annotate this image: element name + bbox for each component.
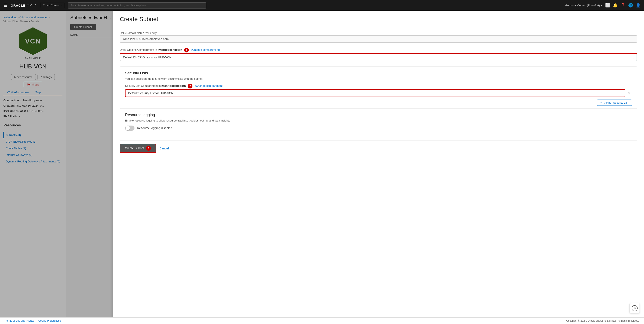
footer-copyright: Copyright © 2024, Oracle and/or its affi… [566, 319, 639, 322]
menu-icon[interactable]: ☰ [4, 3, 7, 8]
help-widget[interactable]: ⊞ [630, 303, 640, 313]
cancel-button[interactable]: Cancel [160, 147, 169, 150]
security-list-row: ⌄ ✕ [125, 89, 632, 97]
dhcp-compartment-bold: IwanHoogendoorn [158, 48, 182, 51]
panel-title: Create Subnet [120, 16, 637, 26]
globe-icon[interactable]: 🌐 [628, 3, 633, 8]
dhcp-change-compartment-link[interactable]: (Change compartment) [191, 48, 220, 51]
security-list-change-compartment-link[interactable]: (Change compartment) [195, 84, 224, 88]
footer-left: Terms of Use and Privacy Cookie Preferen… [5, 319, 64, 322]
resource-logging-toggle-row: Resource logging disabled [125, 126, 632, 131]
resource-logging-section: Resource logging Enable resource logging… [120, 108, 637, 135]
dhcp-options-select[interactable]: Default DHCP Options for HUB-VCN [120, 54, 637, 61]
resource-logging-title: Resource logging [125, 113, 632, 117]
dns-domain-section: DNS Domain Name Read-only [120, 31, 637, 43]
terminal-icon[interactable]: ⬜ [605, 3, 610, 8]
region-selector[interactable]: Germany Central (Frankfurt) ▾ [565, 4, 602, 7]
dns-domain-label: DNS Domain Name Read-only [120, 31, 637, 34]
dns-readonly-text: Read-only [145, 32, 157, 34]
step-2-badge: 2 [188, 84, 192, 88]
oracle-text: ORACLE [11, 4, 25, 7]
cloud-text: Cloud [27, 4, 37, 7]
dhcp-select-highlight: Default DHCP Options for HUB-VCN ⌄ [120, 53, 637, 62]
security-list-arrow-icon[interactable]: ⌄ [618, 92, 625, 95]
step-3-badge: 3 [146, 146, 151, 151]
toggle-knob [126, 126, 130, 130]
help-icon[interactable]: ❓ [620, 3, 625, 8]
security-lists-desc: You can associate up to 5 network securi… [125, 77, 632, 80]
help-circle-icon: ⊞ [632, 305, 638, 311]
oracle-logo: ORACLE Cloud [11, 4, 37, 7]
cookie-link[interactable]: Cookie Preferences [38, 319, 61, 322]
dhcp-options-section: Dhcp Options Compartment in IwanHoogendo… [120, 48, 637, 62]
bell-icon[interactable]: 🔔 [613, 3, 618, 8]
create-subnet-submit-button[interactable]: Create Subnet 3 [120, 144, 156, 153]
security-list-input[interactable] [126, 90, 618, 96]
create-subnet-panel: Create Subnet DNS Domain Name Read-only … [113, 11, 644, 324]
security-lists-section: Security Lists You can associate up to 5… [120, 66, 637, 104]
step-1-badge: 1 [184, 48, 189, 52]
help-widget-inner: ⊞ [632, 305, 638, 311]
form-actions: Create Subnet 3 Cancel [120, 140, 637, 153]
dhcp-select-wrapper: Default DHCP Options for HUB-VCN ⌄ [120, 54, 637, 61]
nav-right: Germany Central (Frankfurt) ▾ ⬜ 🔔 ❓ 🌐 👤 [565, 3, 640, 8]
resource-logging-label: Resource logging disabled [137, 126, 172, 130]
security-lists-title: Security Lists [125, 71, 632, 76]
security-list-remove-button[interactable]: ✕ [627, 90, 632, 96]
chevron-down-icon: ▾ [601, 4, 602, 7]
resource-logging-desc: Enable resource logging to allow resourc… [125, 119, 632, 122]
footer: Terms of Use and Privacy Cookie Preferen… [0, 318, 644, 324]
add-security-list-button[interactable]: + Another Security List [597, 100, 632, 106]
security-list-compartment-label: Security List Compartment in IwanHoogend… [125, 84, 632, 88]
cloud-classic-button[interactable]: Cloud Classic › [40, 3, 64, 8]
dhcp-compartment-label: Dhcp Options Compartment in IwanHoogendo… [120, 48, 637, 52]
top-navigation: ☰ ORACLE Cloud Cloud Classic › Germany C… [0, 0, 644, 11]
user-icon[interactable]: 👤 [636, 3, 640, 8]
search-input[interactable] [68, 2, 206, 8]
security-list-compartment-bold: IwanHoogendoorn [162, 84, 186, 88]
terms-link[interactable]: Terms of Use and Privacy [5, 319, 34, 322]
security-list-input-wrapper: ⌄ [125, 89, 625, 97]
dns-domain-input[interactable] [120, 36, 637, 43]
resource-logging-toggle[interactable] [125, 126, 134, 131]
